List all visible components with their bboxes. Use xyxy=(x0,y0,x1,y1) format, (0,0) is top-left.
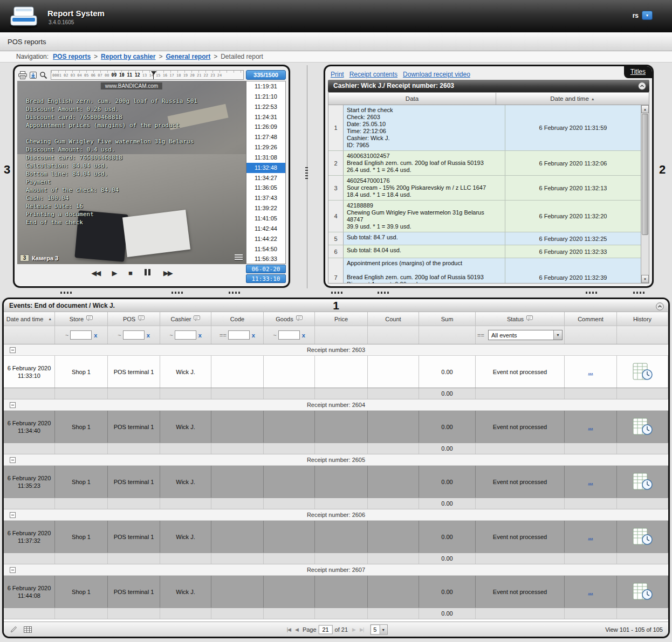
receipt-contents-link[interactable]: Receipt contents xyxy=(349,71,397,78)
column-header-status[interactable]: Status xyxy=(476,312,565,326)
collapse-group-icon[interactable] xyxy=(10,457,16,463)
comment-link[interactable]: ... xyxy=(588,589,593,595)
scroll-up-icon[interactable]: ▲ xyxy=(641,105,649,113)
download-receipt-video-link[interactable]: Download receipt video xyxy=(403,71,470,78)
store-filter-input[interactable] xyxy=(70,330,92,340)
column-header-price[interactable]: Price xyxy=(315,312,368,326)
receipt-group-header[interactable]: Receipt number: 2607 xyxy=(4,564,668,576)
comment-link[interactable]: ... xyxy=(588,534,593,540)
clear-filter-button[interactable]: x xyxy=(252,332,255,339)
column-header-cashier[interactable]: Cashier xyxy=(160,312,211,326)
filter-icon[interactable] xyxy=(194,315,200,322)
last-page-button[interactable]: ▶| xyxy=(360,627,364,632)
page-input[interactable] xyxy=(319,625,333,634)
time-list-item[interactable]: 11:37:43 xyxy=(246,193,285,203)
collapse-group-icon[interactable] xyxy=(10,347,16,353)
receipt-group-header[interactable]: Receipt number: 2605 xyxy=(4,454,668,466)
filter-icon[interactable] xyxy=(138,315,145,322)
code-filter-input[interactable] xyxy=(228,330,250,340)
collapse-panel-icon[interactable] xyxy=(656,302,664,315)
time-list-item[interactable]: 11:31:08 xyxy=(246,153,285,163)
column-header-count[interactable]: Count xyxy=(368,312,419,326)
time-list-item-selected[interactable]: 11:32:48 xyxy=(246,163,285,173)
rewind-button[interactable]: ◀◀ xyxy=(91,269,100,277)
time-list-item[interactable]: 11:27:48 xyxy=(246,132,285,142)
time-list-item[interactable]: 11:41:05 xyxy=(246,213,285,224)
clear-filter-button[interactable]: x xyxy=(198,332,202,339)
time-list-item[interactable]: 11:19:31 xyxy=(246,81,285,92)
column-header-datetime[interactable]: Date and time ▲ xyxy=(496,93,649,105)
video-timeline[interactable]: 0001 02 03 04 05 06 07 08 09 10 11 12 13… xyxy=(51,70,244,80)
event-row[interactable]: 6 February 2020 11:34:40 Shop 1 POS term… xyxy=(4,411,668,443)
column-header-comment[interactable]: Comment xyxy=(565,312,617,326)
first-page-button[interactable]: |◀ xyxy=(287,627,291,632)
receipt-row[interactable]: 7 Appointment prices (margins) of the pr… xyxy=(328,258,641,283)
receipt-group-header[interactable]: Receipt number: 2604 xyxy=(4,399,668,411)
fast-forward-button[interactable]: ▶▶ xyxy=(163,269,172,277)
time-list-item[interactable]: 11:22:53 xyxy=(246,102,285,112)
breadcrumb-link-general-report[interactable]: General report xyxy=(166,53,210,60)
goods-filter-input[interactable] xyxy=(278,330,300,340)
clear-filter-button[interactable]: x xyxy=(147,332,150,339)
comment-link[interactable]: ... xyxy=(588,424,593,430)
scroll-down-icon[interactable]: ▼ xyxy=(641,275,649,283)
clear-filter-button[interactable]: x xyxy=(302,332,305,339)
receipt-row[interactable]: 4 42188889 Chewing Gum Wrigley Five wate… xyxy=(328,201,641,232)
play-button[interactable]: ▶ xyxy=(112,269,116,277)
receipt-row[interactable]: 1 Start of the check Check: 2603 Date: 2… xyxy=(328,105,641,151)
column-header-sum[interactable]: Sum xyxy=(419,312,476,326)
print-icon[interactable] xyxy=(18,71,27,79)
breadcrumb-link-pos-reports[interactable]: POS reports xyxy=(53,53,91,60)
time-list-item[interactable]: 11:26:09 xyxy=(246,122,285,132)
column-header-data[interactable]: Data xyxy=(328,93,496,105)
time-list-item[interactable]: 11:56:33 xyxy=(246,254,285,264)
collapse-group-icon[interactable] xyxy=(10,402,16,408)
receipt-row[interactable]: 5 Sub total: 84.7 usd. 6 February 2020 1… xyxy=(328,232,641,245)
filter-icon[interactable] xyxy=(526,315,533,322)
time-list-item[interactable]: 11:42:44 xyxy=(246,224,285,234)
receipt-group-header[interactable]: Receipt number: 2603 xyxy=(4,344,668,356)
vertical-splitter-handle[interactable] xyxy=(305,167,308,180)
history-icon[interactable] xyxy=(632,528,653,546)
event-row[interactable]: 6 February 2020 11:37:32 Shop 1 POS term… xyxy=(4,521,668,553)
history-icon[interactable] xyxy=(632,363,653,381)
time-list-item[interactable]: 11:54:50 xyxy=(246,244,285,254)
page-size-select[interactable]: 5 ▼ xyxy=(370,624,387,634)
resize-icon[interactable] xyxy=(10,626,17,633)
collapse-group-icon[interactable] xyxy=(10,512,16,518)
status-filter-select[interactable]: All events ▼ xyxy=(488,330,563,340)
event-row[interactable]: 6 February 2020 11:35:23 Shop 1 POS term… xyxy=(4,466,668,498)
export-icon[interactable] xyxy=(29,71,37,79)
scrollbar[interactable]: ▲ ▼ xyxy=(641,105,649,283)
collapse-panel-icon[interactable] xyxy=(638,82,646,94)
receipt-row[interactable]: 2 4600631002457 Bread English zern. cum.… xyxy=(328,151,641,176)
receipt-row[interactable]: 3 4602547000176 Sour cream - 15% 200g Pi… xyxy=(328,176,641,201)
horizontal-splitter[interactable] xyxy=(0,291,672,294)
user-menu-button[interactable]: ▼ xyxy=(642,11,653,20)
prev-page-button[interactable]: ◀ xyxy=(295,627,298,632)
column-header-store[interactable]: Store xyxy=(55,312,108,326)
clear-filter-button[interactable]: x xyxy=(94,332,97,339)
collapse-group-icon[interactable] xyxy=(10,567,16,573)
receipt-row[interactable]: 6 Sub total: 84.04 usd. 6 February 2020 … xyxy=(328,245,641,258)
column-header-date[interactable]: Date and time ▲ xyxy=(4,312,55,326)
history-icon[interactable] xyxy=(632,473,653,491)
timeline-marker-icon[interactable] xyxy=(151,71,156,75)
print-link[interactable]: Print xyxy=(331,71,344,78)
receipt-group-header[interactable]: Receipt number: 2606 xyxy=(4,509,668,521)
time-list-item[interactable]: 11:36:05 xyxy=(246,183,285,193)
pause-button[interactable] xyxy=(143,269,151,277)
time-list-item[interactable]: 11:39:22 xyxy=(246,203,285,213)
stop-button[interactable]: ■ xyxy=(128,269,132,277)
filter-icon[interactable] xyxy=(86,315,93,322)
filter-icon[interactable] xyxy=(296,315,303,322)
time-list-item[interactable]: 11:24:31 xyxy=(246,112,285,122)
video-frame[interactable]: www.BANDICAM.com Bread English zern. cum… xyxy=(17,81,246,264)
event-row[interactable]: 6 February 2020 11:33:10 Shop 1 POS term… xyxy=(4,356,668,388)
comment-link[interactable]: ... xyxy=(588,369,593,375)
time-list-item[interactable]: 11:29:26 xyxy=(246,142,285,153)
grid-icon[interactable] xyxy=(24,626,32,633)
cashier-filter-input[interactable] xyxy=(175,330,196,340)
event-row[interactable]: 6 February 2020 11:44:08 Shop 1 POS term… xyxy=(4,576,668,608)
search-icon[interactable] xyxy=(39,71,47,79)
